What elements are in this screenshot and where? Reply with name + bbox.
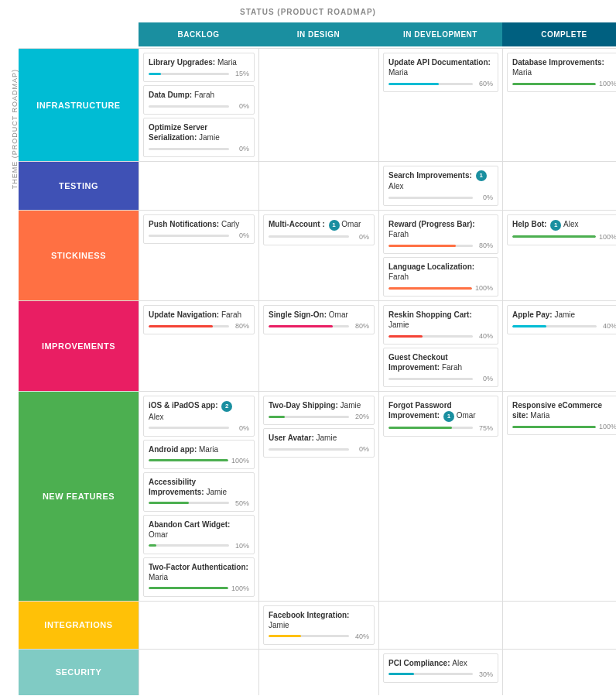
progress-fill	[149, 502, 189, 504]
card-title: Accessibility Improvements: Jamie	[149, 477, 249, 497]
progress-fill	[388, 673, 414, 675]
progress-fill	[388, 287, 472, 290]
task-card[interactable]: Update Navigation: Farah80%	[143, 305, 255, 334]
progress-fill	[149, 459, 228, 461]
progress-label: 100%	[599, 423, 616, 430]
task-card[interactable]: Update API Documentation: Maria60%	[383, 53, 498, 92]
progress-label: 15%	[232, 70, 249, 77]
progress-bar-wrapper: 0%	[269, 445, 369, 453]
task-card[interactable]: Search Improvements: 1 Alex0%	[383, 166, 498, 206]
card-title: Responsive eCommerce site: Maria	[512, 400, 616, 420]
cell-complete-testing	[502, 162, 616, 210]
progress-label: 80%	[476, 242, 493, 249]
progress-label: 40%	[600, 322, 616, 330]
progress-track	[269, 325, 349, 327]
progress-track	[512, 235, 596, 238]
progress-fill	[149, 587, 228, 589]
cell-complete-integrations	[502, 602, 616, 649]
task-card[interactable]: Push Notifications: Carly0%	[143, 214, 255, 244]
page-wrapper: STATUS (PRODUCT ROADMAP) THEME (PRODUCT …	[0, 0, 616, 696]
task-card[interactable]: Library Upgrades: Maria15%	[143, 53, 255, 82]
task-card[interactable]: Language Localization: Farah100%	[383, 257, 498, 297]
progress-label: 100%	[475, 284, 493, 292]
progress-label: 0%	[232, 145, 249, 153]
row-stickiness: STICKINESSPush Notifications: Carly0%Mul…	[19, 210, 616, 300]
task-card[interactable]: iOS & iPadOS app: 2 Alex0%	[143, 396, 255, 436]
card-title: Library Upgrades: Maria	[149, 57, 249, 67]
progress-label: 100%	[231, 457, 249, 465]
task-card[interactable]: Multi-Account : 1 Omar0%	[263, 214, 375, 245]
progress-bar-wrapper: 0%	[388, 194, 493, 201]
progress-bar-wrapper: 75%	[388, 424, 493, 432]
task-card[interactable]: Apple Pay: Jamie40%	[507, 305, 616, 334]
task-card[interactable]: Data Dump: Farah0%	[143, 85, 255, 115]
progress-track	[269, 635, 349, 637]
card-title: Search Improvements: 1 Alex	[388, 170, 493, 191]
progress-label: 20%	[352, 413, 369, 420]
row-label-testing: TESTING	[19, 162, 139, 210]
card-title: Two-Day Shipping: Jamie	[269, 400, 369, 410]
badge-icon: 1	[443, 411, 454, 422]
task-card[interactable]: Help Bot: 1 Alex100%	[507, 214, 616, 245]
progress-label: 0%	[352, 233, 369, 241]
progress-label: 10%	[232, 542, 249, 550]
progress-track	[388, 427, 473, 429]
task-card[interactable]: Database Improvements: Maria100%	[507, 53, 616, 92]
header-empty	[19, 22, 139, 46]
cell-backlog-new-features: iOS & iPadOS app: 2 Alex0%Android app: M…	[139, 392, 258, 600]
cell-complete-improvements: Apple Pay: Jamie40%	[502, 301, 616, 391]
header-in-design: IN DESIGN	[258, 22, 378, 46]
cell-backlog-testing	[139, 162, 258, 210]
progress-label: 100%	[599, 80, 616, 87]
task-card[interactable]: Guest Checkout Improvement: Farah0%	[383, 348, 498, 387]
task-card[interactable]: Android app: Maria100%	[143, 440, 255, 469]
cell-in-design-new-features: Two-Day Shipping: Jamie20%User Avatar: J…	[258, 392, 378, 600]
task-card[interactable]: Responsive eCommerce site: Maria100%	[507, 396, 616, 435]
row-infrastructure: INFRASTRUCTURELibrary Upgrades: Maria15%…	[19, 48, 616, 161]
row-label-new-features: NEW FEATURES	[19, 392, 139, 600]
task-card[interactable]: Facebook Integration: Jamie40%	[263, 605, 375, 645]
task-card[interactable]: PCI Compliance: Alex30%	[383, 653, 498, 683]
progress-track	[269, 235, 349, 238]
task-card[interactable]: User Avatar: Jamie0%	[263, 428, 375, 458]
progress-label: 80%	[232, 322, 249, 330]
progress-track	[388, 335, 473, 338]
cell-backlog-security	[139, 650, 258, 695]
task-card[interactable]: Forgot Password Improvement: 1 Omar75%	[383, 396, 498, 436]
progress-fill	[269, 416, 285, 418]
table-wrapper: BACKLOG IN DESIGN IN DEVELOPMENT COMPLET…	[19, 22, 616, 695]
progress-track	[149, 544, 229, 547]
cell-complete-new-features: Responsive eCommerce site: Maria100%	[502, 392, 616, 600]
card-title: Android app: Maria	[149, 444, 249, 454]
badge-icon: 1	[550, 220, 561, 231]
task-card[interactable]: Single Sign-On: Omar80%	[263, 305, 375, 334]
card-title: Update API Documentation: Maria	[388, 57, 493, 77]
row-security: SECURITYPCI Compliance: Alex30%	[19, 649, 616, 695]
progress-bar-wrapper: 100%	[512, 80, 616, 87]
progress-fill	[388, 427, 452, 429]
progress-bar-wrapper: 100%	[149, 585, 249, 592]
progress-bar-wrapper: 10%	[149, 542, 249, 550]
progress-bar-wrapper: 0%	[149, 231, 249, 239]
progress-label: 30%	[476, 670, 493, 678]
progress-track	[388, 83, 473, 85]
cell-backlog-improvements: Update Navigation: Farah80%	[139, 301, 258, 391]
cell-backlog-stickiness: Push Notifications: Carly0%	[139, 211, 258, 300]
task-card[interactable]: Two-Day Shipping: Jamie20%	[263, 396, 375, 425]
card-title: User Avatar: Jamie	[269, 433, 369, 443]
progress-track	[149, 105, 229, 108]
task-card[interactable]: Reward (Progress Bar): Farah80%	[383, 214, 498, 254]
task-card[interactable]: Two-Factor Authentication: Maria100%	[143, 557, 255, 597]
card-title: Reskin Shopping Cart: Jamie	[388, 310, 493, 330]
progress-track	[512, 426, 596, 428]
progress-bar-wrapper: 0%	[269, 233, 369, 241]
task-card[interactable]: Accessibility Improvements: Jamie50%	[143, 472, 255, 512]
progress-label: 0%	[476, 375, 493, 382]
task-card[interactable]: Abandon Cart Widget: Omar10%	[143, 515, 255, 554]
progress-bar-wrapper: 0%	[149, 102, 249, 110]
progress-track	[149, 325, 229, 327]
progress-bar-wrapper: 100%	[388, 284, 493, 292]
task-card[interactable]: Optimize Server Serialization: Jamie0%	[143, 118, 255, 157]
task-card[interactable]: Reskin Shopping Cart: Jamie40%	[383, 305, 498, 345]
card-title: Apple Pay: Jamie	[512, 310, 616, 320]
